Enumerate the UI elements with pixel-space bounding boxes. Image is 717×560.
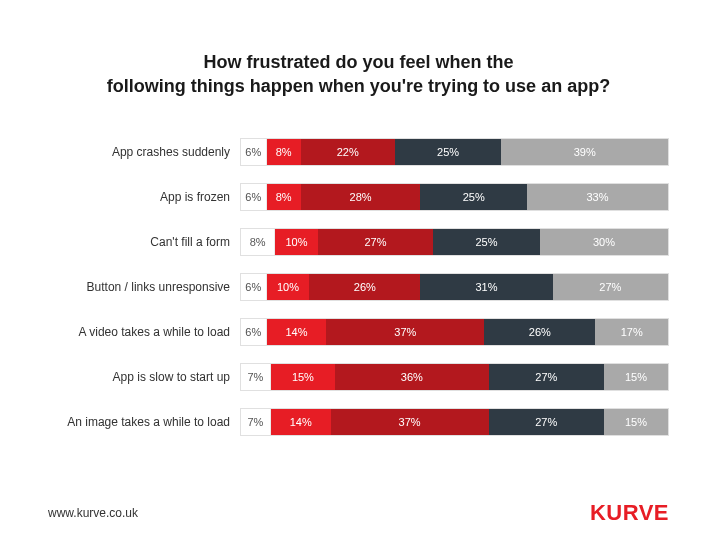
title-line-1: How frustrated do you feel when the	[203, 52, 513, 72]
chart-row: Button / links unresponsive6%10%26%31%27…	[48, 274, 669, 300]
bar-segment: 8%	[241, 229, 275, 255]
chart-container: How frustrated do you feel when the foll…	[0, 0, 717, 560]
row-label: An image takes a while to load	[48, 415, 240, 429]
chart-title: How frustrated do you feel when the foll…	[79, 50, 639, 99]
chart-row: Can't fill a form8%10%27%25%30%	[48, 229, 669, 255]
bar-segment: 37%	[326, 319, 484, 345]
stacked-bar: 8%10%27%25%30%	[240, 228, 669, 256]
bar-segment: 15%	[271, 364, 335, 390]
bar-segment: 26%	[309, 274, 420, 300]
stacked-bar: 6%14%37%26%17%	[240, 318, 669, 346]
row-label: Can't fill a form	[48, 235, 240, 249]
bar-segment: 14%	[267, 319, 327, 345]
bar-segment: 27%	[318, 229, 433, 255]
chart-row: An image takes a while to load7%14%37%27…	[48, 409, 669, 435]
bar-segment: 22%	[301, 139, 395, 165]
bar-segment: 6%	[241, 274, 267, 300]
row-label: App is frozen	[48, 190, 240, 204]
stacked-bar: 6%10%26%31%27%	[240, 273, 669, 301]
bar-segment: 25%	[420, 184, 527, 210]
bar-segment: 27%	[489, 409, 604, 435]
title-line-2: following things happen when you're tryi…	[107, 76, 610, 96]
stacked-bar: 6%8%28%25%33%	[240, 183, 669, 211]
chart-row: App is frozen6%8%28%25%33%	[48, 184, 669, 210]
bar-segment: 7%	[241, 364, 271, 390]
bar-segment: 6%	[241, 184, 267, 210]
bar-segment: 36%	[335, 364, 489, 390]
bar-segment: 30%	[540, 229, 668, 255]
stacked-bar: 6%8%22%25%39%	[240, 138, 669, 166]
chart-row: A video takes a while to load6%14%37%26%…	[48, 319, 669, 345]
bar-segment: 10%	[275, 229, 318, 255]
bar-segment: 8%	[267, 184, 301, 210]
bar-segment: 27%	[489, 364, 604, 390]
stacked-bar-chart: App crashes suddenly6%8%22%25%39%App is …	[48, 139, 669, 435]
bar-segment: 25%	[395, 139, 502, 165]
bar-segment: 14%	[271, 409, 331, 435]
stacked-bar: 7%14%37%27%15%	[240, 408, 669, 436]
bar-segment: 7%	[241, 409, 271, 435]
bar-segment: 25%	[433, 229, 540, 255]
row-label: App crashes suddenly	[48, 145, 240, 159]
row-label: App is slow to start up	[48, 370, 240, 384]
bar-segment: 37%	[331, 409, 489, 435]
chart-row: App crashes suddenly6%8%22%25%39%	[48, 139, 669, 165]
bar-segment: 39%	[501, 139, 668, 165]
bar-segment: 6%	[241, 319, 267, 345]
chart-row: App is slow to start up7%15%36%27%15%	[48, 364, 669, 390]
bar-segment: 31%	[420, 274, 552, 300]
bar-segment: 17%	[595, 319, 668, 345]
bar-segment: 8%	[267, 139, 301, 165]
row-label: A video takes a while to load	[48, 325, 240, 339]
bar-segment: 26%	[484, 319, 595, 345]
row-label: Button / links unresponsive	[48, 280, 240, 294]
bar-segment: 6%	[241, 139, 267, 165]
bar-segment: 33%	[527, 184, 668, 210]
bar-segment: 28%	[301, 184, 421, 210]
bar-segment: 15%	[604, 409, 668, 435]
footer: www.kurve.co.uk KURVE	[48, 500, 669, 526]
brand-logo: KURVE	[590, 500, 669, 526]
stacked-bar: 7%15%36%27%15%	[240, 363, 669, 391]
bar-segment: 10%	[267, 274, 310, 300]
bar-segment: 27%	[553, 274, 668, 300]
bar-segment: 15%	[604, 364, 668, 390]
source-url: www.kurve.co.uk	[48, 506, 138, 520]
